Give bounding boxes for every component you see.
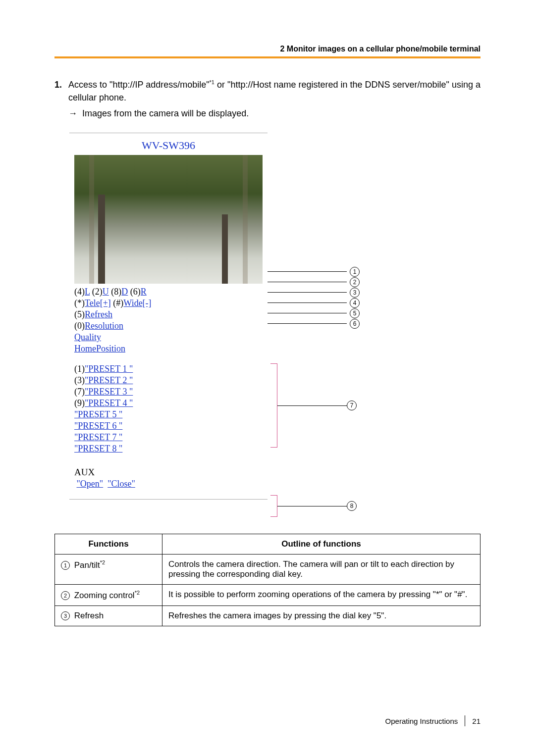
step-text-a: Access to "http://IP address/mobile" <box>68 80 210 90</box>
pan-right-link[interactable]: R <box>141 287 147 297</box>
callout-leader <box>268 323 347 324</box>
table-row: 2 Zooming control*2 It is possible to pe… <box>55 585 481 606</box>
callout-leader <box>277 405 347 406</box>
tilt-down-link[interactable]: D <box>121 287 128 297</box>
zoom-tele-link[interactable]: Tele[+] <box>85 298 111 308</box>
callout-leader <box>268 282 347 282</box>
footnote-ref-2: *2 <box>100 559 105 565</box>
callout-number-icon: 6 <box>350 319 360 329</box>
key-4: (4) <box>74 287 85 297</box>
photo-post <box>98 195 105 284</box>
zoom-row: (*)Tele[+] (#)Wide[-] <box>74 298 263 308</box>
callout: 1 <box>268 266 360 277</box>
callout-number-icon: 7 <box>347 401 357 410</box>
row-number-icon: 2 <box>61 591 70 600</box>
key-6: (6) <box>128 287 141 297</box>
func-desc: Refreshes the camera images by pressing … <box>162 605 481 626</box>
callout-number-icon: 3 <box>350 288 360 298</box>
preset-key: (3) <box>74 375 85 385</box>
preset-link[interactable]: "PRESET 1 " <box>85 364 133 374</box>
photo-post <box>222 214 228 284</box>
resolution-row: (0)Resolution <box>74 321 263 331</box>
callout-bracket <box>218 495 277 517</box>
callout: 5 <box>268 308 360 318</box>
section-header: 2 Monitor images on a cellular phone/mob… <box>54 45 481 53</box>
preset-link[interactable]: "PRESET 2 " <box>85 375 133 385</box>
col-outline: Outline of functions <box>162 534 481 554</box>
page-number: 21 <box>472 717 481 725</box>
func-desc: Controls the camera direction. The camer… <box>162 554 481 585</box>
preset-key: (7) <box>74 387 85 397</box>
preset-link[interactable]: "PRESET 4 " <box>85 398 133 408</box>
step-number: 1. <box>54 78 68 120</box>
row-number-icon: 1 <box>61 561 70 570</box>
arrow-icon: → <box>68 108 77 118</box>
callout: 3 <box>268 287 360 298</box>
callout-leader <box>268 271 347 272</box>
page-footer: Operating Instructions 21 <box>385 715 481 726</box>
preset-link[interactable]: "PRESET 6 " <box>74 421 122 431</box>
key-hash: (#) <box>111 298 124 308</box>
callout-number-icon: 4 <box>350 298 360 308</box>
home-position-link[interactable]: HomePosition <box>74 344 125 353</box>
callout-leader <box>277 506 347 506</box>
key-0: (0) <box>74 321 85 331</box>
callout: 2 <box>268 277 360 287</box>
func-name: Refresh <box>74 611 104 620</box>
table-row: 3 Refresh Refreshes the camera images by… <box>55 605 481 626</box>
preset-key: (9) <box>74 398 85 408</box>
step-body: Access to "http://IP address/mobile"*1 o… <box>68 78 481 120</box>
callout-column: 1 2 3 4 5 6 7 8 <box>268 133 360 517</box>
resolution-link[interactable]: Resolution <box>85 321 123 331</box>
aux-title: AUX <box>74 467 263 478</box>
key-5: (5) <box>74 309 85 319</box>
callout: 8 <box>268 495 360 517</box>
row-number-icon: 3 <box>61 611 70 620</box>
callout: 4 <box>268 298 360 308</box>
camera-image <box>74 155 263 284</box>
key-star: (*) <box>74 298 85 308</box>
doc-title: Operating Instructions <box>385 717 458 725</box>
refresh-row: (5)Refresh <box>74 309 263 320</box>
callout-bracket <box>208 363 277 448</box>
func-name: Pan/tilt <box>74 560 100 570</box>
callout-number-icon: 8 <box>347 501 357 511</box>
footer-separator <box>465 715 465 726</box>
quality-link[interactable]: Quality <box>74 332 101 342</box>
page: 2 Monitor images on a cellular phone/mob… <box>0 0 535 756</box>
functions-table: Functions Outline of functions 1 Pan/til… <box>54 534 481 626</box>
aux-open-link[interactable]: "Open" <box>77 479 104 489</box>
zoom-wide-link[interactable]: Wide[-] <box>123 298 151 308</box>
preset-link[interactable]: "PRESET 3 " <box>85 387 133 397</box>
callout-leader <box>268 302 347 303</box>
pan-left-link[interactable]: L <box>85 287 90 297</box>
footnote-ref-1: *1 <box>210 79 214 85</box>
preset-key: (1) <box>74 364 85 374</box>
step-result: Images from the camera will be displayed… <box>82 108 249 118</box>
callout: 7 <box>268 363 360 448</box>
preset-link[interactable]: "PRESET 8 " <box>74 444 122 454</box>
key-2: (2) <box>90 287 103 297</box>
table-header-row: Functions Outline of functions <box>55 534 481 554</box>
callout-number-icon: 5 <box>350 308 360 318</box>
callout-leader <box>268 292 347 293</box>
refresh-link[interactable]: Refresh <box>85 309 112 319</box>
callout-number-icon: 1 <box>350 267 360 277</box>
preset-link[interactable]: "PRESET 5 " <box>74 409 122 419</box>
callout: 6 <box>268 318 360 329</box>
func-desc: It is possible to perform zooming operat… <box>162 585 481 606</box>
col-functions: Functions <box>55 534 162 554</box>
pan-tilt-row: (4)L (2)U (8)D (6)R <box>74 287 263 297</box>
key-8: (8) <box>109 287 122 297</box>
callout-number-icon: 2 <box>350 277 360 287</box>
footnote-ref-2: *2 <box>135 590 140 596</box>
table-row: 1 Pan/tilt*2 Controls the camera directi… <box>55 554 481 585</box>
step-1: 1. Access to "http://IP address/mobile"*… <box>54 78 481 120</box>
header-rule <box>54 56 481 58</box>
aux-close-link[interactable]: "Close" <box>107 479 135 489</box>
tilt-up-link[interactable]: U <box>103 287 109 297</box>
phone-screenshot-figure: WV-SW396 (4)L (2)U (8)D (6)R (*)Tele[+] … <box>69 133 481 517</box>
func-name: Zooming control <box>74 591 135 600</box>
preset-link[interactable]: "PRESET 7 " <box>74 432 122 442</box>
camera-model-title: WV-SW396 <box>74 139 263 152</box>
